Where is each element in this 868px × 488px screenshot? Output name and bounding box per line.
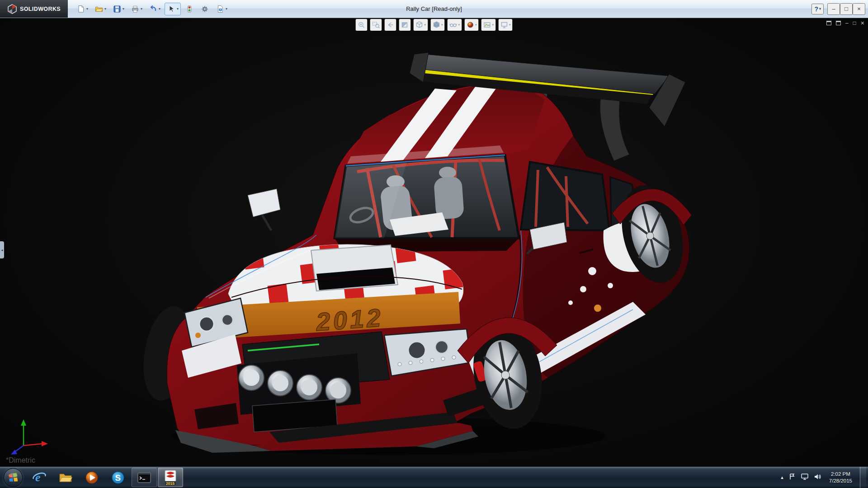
zoom-to-fit-icon [357,21,365,29]
window-title: Rally Car [Read-only] [406,5,462,12]
hide-show-items-button[interactable]: ▾ [447,19,462,31]
view-orientation-button[interactable]: ▾ [413,19,428,31]
options-gear-icon [200,5,209,14]
edit-appearance-button[interactable]: ▾ [464,19,479,31]
windshield[interactable] [335,155,519,238]
start-button[interactable] [0,467,26,488]
rebuild-stoplight-icon [185,5,194,14]
previous-view-button[interactable] [384,19,396,31]
title-bar-right: ? ▾ – □ × [811,3,868,15]
internet-explorer-icon: e [32,470,47,485]
taskbar: e S [0,466,868,488]
help-button[interactable]: ? ▾ [811,4,824,14]
view-orientation-icon [415,21,423,29]
solidworks-window: SOLIDWORKS ▾ ▾ ▾ [0,0,868,488]
system-tray: ▴ 2:02 PM 7/28/2015 [781,467,868,488]
action-center-flag-icon [788,473,796,480]
edit-appearance-icon [466,21,474,29]
rally-car-model[interactable]: 2012 [137,52,692,455]
display-style-button[interactable]: ▾ [430,19,445,31]
print-button[interactable]: ▾ [128,3,145,15]
windows-orb-icon [4,468,23,487]
folder-icon [58,470,73,485]
internet-explorer-button[interactable]: e [27,468,52,487]
model-viewport-canvas[interactable]: 2012 [0,18,868,466]
open-folder-icon [94,5,104,14]
close-button[interactable]: × [853,3,865,15]
open-button[interactable]: ▾ [92,3,108,15]
new-document-button[interactable]: ▾ [74,3,90,15]
solidworks-logo-icon [7,4,17,14]
clock-date: 7/28/2015 [829,478,852,484]
options-button[interactable] [198,3,212,15]
zoom-to-area-button[interactable] [370,19,382,31]
section-view-button[interactable] [399,19,410,31]
pane-cascade-icon[interactable] [836,21,841,25]
new-document-icon [76,5,85,14]
rebuild-button[interactable] [183,3,196,15]
zoom-to-fit-button[interactable] [355,19,367,31]
graphics-area[interactable]: ▾ ▾ ▾ ▾ [0,18,868,466]
reference-triad [11,419,48,455]
previous-view-icon [386,21,394,29]
taskbar-clock[interactable]: 2:02 PM 7/28/2015 [826,471,855,484]
app-logo: SOLIDWORKS [0,0,68,18]
minimize-button[interactable]: – [827,3,840,15]
hidden-icons-chevron[interactable]: ▴ [781,474,783,480]
solidworks-app-icon: 2015 [163,469,178,486]
brand-name: SOLIDWORKS [20,6,61,12]
command-prompt-icon [137,471,152,484]
windows-explorer-button[interactable] [53,468,78,487]
view-settings-icon [500,21,508,29]
clock-time: 2:02 PM [829,471,852,478]
apply-scene-button[interactable]: ▾ [481,19,496,31]
section-view-icon [401,21,409,29]
document-restore-button[interactable]: □ [853,20,856,26]
car-decal-year: 2012 [315,303,384,336]
hide-show-items-icon [449,21,457,29]
document-minimize-button[interactable]: – [845,20,849,26]
apply-scene-icon [483,21,491,29]
zoom-to-area-icon [372,21,380,29]
select-arrow-icon [167,5,176,14]
file-properties-icon [216,5,225,14]
hood-scoop[interactable] [311,245,398,291]
undo-button[interactable]: ▾ [146,3,163,15]
heads-up-view-toolbar: ▾ ▾ ▾ ▾ [355,19,512,31]
document-window-controls: – □ × [826,20,864,26]
svg-text:S: S [115,473,121,483]
action-center-button[interactable] [788,473,796,482]
solidworks-year-badge: 2015 [166,481,175,485]
show-desktop-button[interactable] [860,467,866,488]
display-style-icon [432,21,440,29]
solidworks-taskbar-button[interactable]: 2015 [158,468,183,487]
save-button[interactable]: ▾ [110,3,127,15]
print-icon [131,5,140,14]
volume-button[interactable] [814,473,821,482]
left-mirror[interactable] [248,189,280,230]
undo-icon [149,5,158,14]
maximize-button[interactable]: □ [840,3,853,15]
command-prompt-button[interactable] [132,468,157,487]
pane-icon[interactable] [826,21,831,25]
view-settings-button[interactable]: ▾ [498,19,513,31]
media-player-button[interactable] [79,468,104,487]
file-properties-button[interactable]: ▾ [213,3,230,15]
standard-toolbar: ▾ ▾ ▾ ▾ [68,0,230,18]
taskbar-apps: e S [26,467,184,488]
view-orientation-label: *Dimetric [6,456,35,465]
save-icon [113,5,122,14]
display-settings-button[interactable] [801,473,809,482]
media-player-icon [84,470,99,485]
svg-text:e: e [35,471,41,484]
messenger-button[interactable]: S [105,468,131,487]
document-close-button[interactable]: × [861,20,864,26]
select-button[interactable]: ▾ [165,3,181,15]
volume-icon [814,473,821,480]
panel-flyout-tab[interactable]: ◂ [0,241,4,258]
display-icon [801,473,809,480]
title-bar: SOLIDWORKS ▾ ▾ ▾ [0,0,868,18]
messenger-icon: S [110,470,126,485]
